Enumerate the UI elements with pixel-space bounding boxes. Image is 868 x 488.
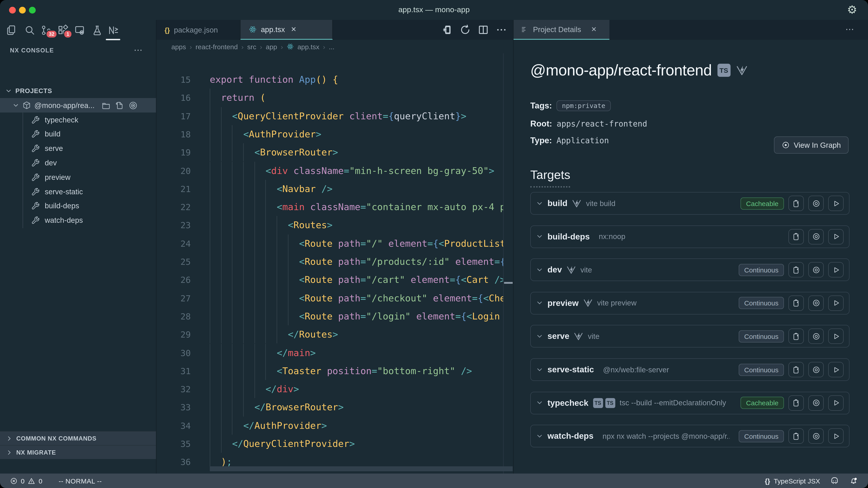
target-label: serve xyxy=(45,144,63,153)
chevron-down-icon[interactable] xyxy=(536,366,543,373)
copy-task-button[interactable] xyxy=(788,295,804,311)
code-line: return ( xyxy=(210,89,503,107)
section-common-nx-commands[interactable]: COMMON NX COMMANDS xyxy=(0,431,156,445)
sidebar-more-icon[interactable]: ⋯ xyxy=(131,44,145,56)
indent-guide xyxy=(221,289,221,307)
close-icon[interactable]: ✕ xyxy=(291,25,296,33)
open-config-file-icon[interactable] xyxy=(115,101,124,110)
run-task-button[interactable] xyxy=(828,262,844,278)
copilot-icon[interactable] xyxy=(830,476,839,485)
search-icon[interactable] xyxy=(24,24,36,36)
chevron-down-icon[interactable] xyxy=(536,200,543,207)
typescript-badge: TS xyxy=(605,398,615,408)
tree-item-project[interactable]: @mono-app/rea... xyxy=(0,98,156,112)
section-nx-migrate[interactable]: NX MIGRATE xyxy=(0,445,156,459)
extensions-icon[interactable]: 1 xyxy=(57,24,69,36)
tree-section-projects[interactable]: PROJECTS xyxy=(0,84,156,98)
copy-task-button[interactable] xyxy=(788,329,804,344)
problems-indicator[interactable]: 0 0 xyxy=(10,477,42,485)
remote-explorer-icon[interactable] xyxy=(74,24,86,36)
copy-task-button[interactable] xyxy=(788,262,804,278)
target-command: vite preview xyxy=(597,299,637,307)
explorer-icon[interactable] xyxy=(6,24,18,36)
view-task-graph-button[interactable] xyxy=(808,428,824,444)
view-task-graph-button[interactable] xyxy=(808,229,824,244)
view-task-graph-button[interactable] xyxy=(808,295,824,311)
run-task-button[interactable] xyxy=(828,362,844,377)
breadcrumb-segment[interactable]: src xyxy=(247,43,256,51)
view-task-graph-button[interactable] xyxy=(808,262,824,278)
target-badge: Continuous xyxy=(739,363,784,376)
chevron-down-icon[interactable] xyxy=(536,300,543,306)
view-task-graph-button[interactable] xyxy=(808,196,824,211)
code-line: </main> xyxy=(210,344,503,362)
language-mode[interactable]: {} TypeScript JSX xyxy=(765,477,820,485)
package-icon xyxy=(22,101,31,110)
settings-gear-icon[interactable]: ⚙ xyxy=(844,3,860,17)
indent-guide xyxy=(254,325,255,344)
chevron-down-icon[interactable] xyxy=(536,433,543,440)
copy-task-button[interactable] xyxy=(788,229,804,244)
sidebar-target-item[interactable]: typecheck xyxy=(0,112,156,127)
wrench-icon xyxy=(31,216,40,225)
view-task-graph-button[interactable] xyxy=(808,329,824,344)
sidebar-target-item[interactable]: build xyxy=(0,127,156,141)
play-icon xyxy=(832,265,840,274)
chevron-down-icon[interactable] xyxy=(536,266,543,273)
horizontal-scrollbar[interactable] xyxy=(210,466,513,471)
run-task-button[interactable] xyxy=(828,395,844,411)
copy-task-button[interactable] xyxy=(788,362,804,377)
breadcrumb-segment[interactable]: react-frontend xyxy=(195,43,238,51)
close-icon[interactable]: ✕ xyxy=(588,25,599,34)
sidebar-target-item[interactable]: dev xyxy=(0,156,156,170)
sidebar-target-item[interactable]: build-deps xyxy=(0,199,156,213)
chevron-down-icon[interactable] xyxy=(536,399,543,406)
view-task-graph-button[interactable] xyxy=(808,395,824,411)
focus-target-icon[interactable] xyxy=(128,101,138,110)
copy-task-button[interactable] xyxy=(788,395,804,411)
indent-guide xyxy=(266,362,266,380)
more-actions-icon[interactable] xyxy=(495,24,507,36)
source-control-icon[interactable]: 32 xyxy=(40,24,52,36)
copy-task-button[interactable] xyxy=(788,428,804,444)
sidebar-target-item[interactable]: serve-static xyxy=(0,184,156,199)
panel-more-icon[interactable]: ⋯ xyxy=(843,24,857,35)
folder-icon[interactable] xyxy=(101,101,111,110)
run-task-button[interactable] xyxy=(828,196,844,211)
testing-beaker-icon[interactable] xyxy=(91,24,103,36)
breadcrumb-segment[interactable]: app xyxy=(266,43,277,51)
sidebar-target-item[interactable]: preview xyxy=(0,170,156,184)
run-task-button[interactable] xyxy=(828,428,844,444)
error-icon xyxy=(10,477,18,485)
chevron-down-icon[interactable] xyxy=(536,333,543,340)
view-task-graph-button[interactable] xyxy=(808,362,824,377)
sidebar-target-item[interactable]: watch-deps xyxy=(0,213,156,228)
breadcrumb-segment[interactable]: ... xyxy=(329,43,335,51)
target-label: preview xyxy=(45,173,70,182)
breadcrumb-segment[interactable]: apps xyxy=(171,43,186,51)
open-project-settings-icon[interactable] xyxy=(441,24,453,36)
chevron-down-icon[interactable] xyxy=(536,233,543,240)
tab-app-tsx[interactable]: app.tsx ✕ xyxy=(241,20,333,40)
run-task-button[interactable] xyxy=(828,229,844,244)
tab-project-details[interactable]: Project Details ✕ xyxy=(514,20,610,40)
chevron-right-icon xyxy=(6,435,12,441)
indent-guide xyxy=(254,253,255,271)
run-task-button[interactable] xyxy=(828,295,844,311)
copy-task-button[interactable] xyxy=(788,196,804,211)
overview-ruler-cursor-marker xyxy=(504,282,513,284)
split-editor-icon[interactable] xyxy=(477,24,489,36)
window-chrome: app.tsx — mono-app ⚙ 32 1 xyxy=(0,0,868,488)
code-content[interactable]: export function App() { return ( <QueryC… xyxy=(210,70,503,474)
notifications-bell-icon[interactable] xyxy=(849,476,858,485)
indent-guide xyxy=(277,234,277,253)
line-number: 20 xyxy=(156,162,191,180)
nx-console-icon[interactable] xyxy=(107,24,119,36)
breadcrumb-segment[interactable]: app.tsx xyxy=(298,43,319,51)
refresh-icon[interactable] xyxy=(459,24,471,36)
run-task-button[interactable] xyxy=(828,329,844,344)
tab-package-json[interactable]: {} package.json xyxy=(156,20,241,40)
indent-guide xyxy=(210,234,210,253)
chevron-down-icon xyxy=(5,88,12,94)
sidebar-target-item[interactable]: serve xyxy=(0,141,156,156)
